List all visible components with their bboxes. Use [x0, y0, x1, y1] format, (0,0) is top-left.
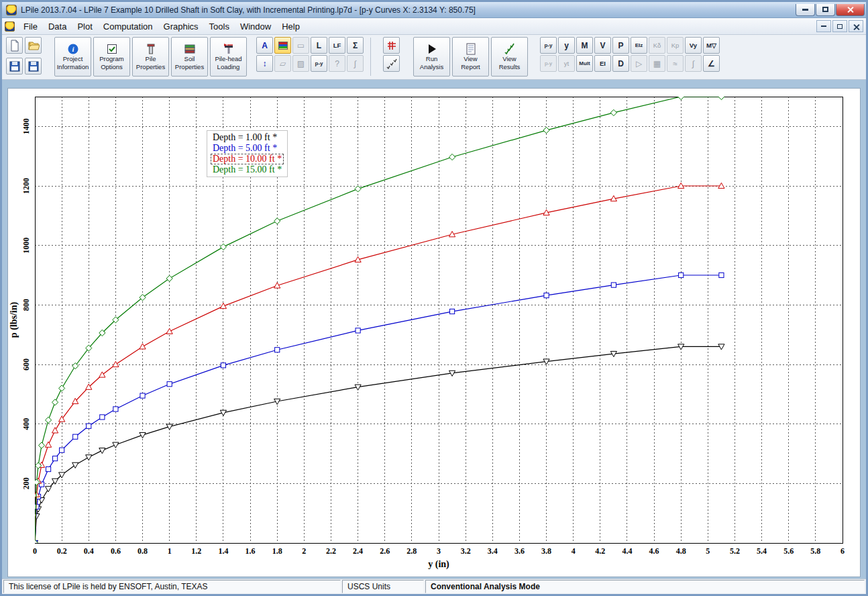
svg-text:0.8: 0.8 — [138, 546, 148, 556]
mdi-close-icon — [853, 23, 859, 30]
mdi-restore-button[interactable] — [832, 20, 847, 32]
series-15.00ft[interactable] — [32, 93, 724, 546]
svg-text:1000: 1000 — [21, 238, 31, 254]
check-marks-button[interactable] — [383, 55, 400, 72]
results-icon — [504, 43, 516, 55]
open-file-button[interactable] — [25, 37, 42, 54]
save-file-button[interactable] — [6, 58, 23, 74]
project-information-label-1: Project — [63, 56, 83, 63]
menu-plot[interactable]: Plot — [72, 19, 97, 34]
plot-plot-angle-button[interactable]: ∠ — [703, 55, 720, 72]
new-file-button[interactable] — [6, 37, 23, 54]
shape-tool-glyph: ▱ — [280, 59, 286, 68]
format-shape-tool-button: ▱ — [274, 55, 291, 72]
menu-data[interactable]: Data — [43, 19, 72, 34]
status-bar: This license of LPile is held by ENSOFT,… — [2, 579, 866, 594]
plot-plot-shear-button[interactable]: V — [594, 37, 611, 54]
svg-text:0.4: 0.4 — [84, 546, 94, 556]
svg-text:0.2: 0.2 — [57, 546, 67, 556]
format-fit-vertical-button[interactable]: ↕ — [256, 55, 273, 72]
loading-icon — [223, 43, 235, 55]
soil-properties-button[interactable]: SoilProperties — [171, 37, 208, 77]
plot-canvas[interactable]: 00.20.40.60.811.21.41.61.822.22.42.62.83… — [7, 88, 861, 577]
sum-curves-glyph: Σ — [353, 41, 358, 50]
toolbar-separator — [370, 38, 371, 76]
plot-shear-glyph: V — [600, 41, 605, 50]
program-options-button[interactable]: ProgramOptions — [93, 37, 130, 77]
series-5.00ft[interactable] — [32, 272, 724, 545]
plot-plot-axial-button[interactable]: P — [612, 37, 629, 54]
format-py-scale-button[interactable]: p-y — [311, 55, 327, 72]
run-icon — [426, 43, 438, 55]
title-bar[interactable]: LPile 2013.7.04 - LPile 7 Example 10 Dri… — [2, 2, 866, 18]
data-grid-button[interactable] — [383, 37, 400, 54]
plot-plot-deflection-button[interactable]: y — [558, 37, 575, 54]
svg-text:1.4: 1.4 — [218, 546, 228, 556]
view-results-button[interactable]: ViewResults — [491, 37, 528, 77]
mdi-close-button[interactable] — [849, 20, 863, 32]
project-information-button[interactable]: iProjectInformation — [54, 37, 91, 77]
red-grid-icon — [386, 40, 397, 51]
svg-text:4.8: 4.8 — [676, 546, 686, 556]
soil-properties-label-2: Properties — [175, 64, 204, 71]
menu-help[interactable]: Help — [276, 19, 305, 34]
mid-button-group — [383, 37, 400, 72]
plot-plot-py-depth-button: p-y — [540, 55, 557, 72]
series-1.00ft[interactable] — [32, 344, 724, 546]
menu-tools[interactable]: Tools — [204, 19, 235, 34]
menu-computation[interactable]: Computation — [98, 19, 158, 34]
format-sum-curves-button[interactable]: Σ — [347, 37, 364, 54]
view-report-label-2: Report — [461, 64, 480, 71]
close-button[interactable] — [836, 4, 865, 16]
plot-v-y-glyph: Vy — [690, 42, 697, 49]
chart-legend[interactable]: Depth = 1.00 ft *Depth = 5.00 ft *Depth … — [207, 130, 288, 177]
plot-plot-m-load-button[interactable]: M▽ — [703, 37, 720, 54]
py-curves-chart: 00.20.40.60.811.21.41.61.822.22.42.62.83… — [8, 89, 860, 577]
legend-item[interactable]: Depth = 10.00 ft * — [211, 154, 284, 164]
report-icon — [465, 43, 477, 55]
view-report-button[interactable]: ViewReport — [452, 37, 489, 77]
pile-properties-button[interactable]: PileProperties — [132, 37, 169, 77]
format-hatch-tool-button: ▨ — [292, 55, 309, 72]
plot-deflection-glyph: y — [564, 41, 569, 50]
format-axis-linear-fixed-button[interactable]: LF — [329, 37, 345, 54]
plot-plot-moment-button[interactable]: M — [576, 37, 593, 54]
legend-item[interactable]: Depth = 5.00 ft * — [211, 143, 284, 154]
svg-text:5: 5 — [706, 546, 710, 556]
minimize-button[interactable] — [796, 4, 815, 16]
maximize-button[interactable] — [816, 4, 835, 16]
run-analysis-button[interactable]: RunAnalysis — [413, 37, 450, 77]
plot-plot-diameter-button[interactable]: D — [612, 55, 629, 72]
plot-aux1-glyph: ▷ — [636, 59, 642, 68]
py-scale-glyph: p-y — [315, 60, 323, 66]
plot-plot-py-curves-button[interactable]: p-y — [540, 37, 557, 54]
plot-plot-yt-button: yt — [558, 55, 575, 72]
menu-window[interactable]: Window — [235, 19, 276, 34]
run-analysis-label-2: Analysis — [420, 64, 443, 71]
format-plot-frame-button: ▭ — [292, 37, 309, 54]
pile-head-loading-label-1: Pile-head — [215, 56, 241, 63]
menu-file[interactable]: File — [18, 19, 43, 34]
window-title: LPile 2013.7.04 - LPile 7 Example 10 Dri… — [21, 5, 792, 15]
program-options-label-1: Program — [99, 56, 123, 63]
save-as-file-button[interactable] — [25, 58, 42, 74]
format-plot-colors-button[interactable] — [274, 37, 291, 54]
plot-plot-v-y-button[interactable]: Vy — [685, 37, 702, 54]
mdi-minimize-icon — [821, 26, 826, 27]
format-axis-linear-button[interactable]: L — [311, 37, 327, 54]
legend-item[interactable]: Depth = 15.00 ft * — [211, 164, 284, 175]
plot-row-2: p-yytMultEID▷▦≈∫∠ — [540, 55, 720, 72]
x-axis-label: y (in) — [428, 559, 449, 570]
plot-plot-eiz-button[interactable]: EIz — [631, 37, 647, 54]
plot-eiz-glyph: EIz — [635, 42, 643, 48]
axis-linear-fixed-glyph: LF — [333, 42, 341, 49]
plot-angle-glyph: ∠ — [708, 59, 715, 68]
pile-head-loading-button[interactable]: Pile-headLoading — [210, 37, 247, 77]
soil-icon — [184, 43, 196, 55]
plot-plot-ei-button[interactable]: EI — [594, 55, 611, 72]
mdi-minimize-button[interactable] — [816, 20, 831, 32]
legend-item[interactable]: Depth = 1.00 ft * — [211, 132, 284, 143]
format-font-button[interactable]: A — [256, 37, 273, 54]
menu-graphics[interactable]: Graphics — [158, 19, 204, 34]
plot-plot-mult-button[interactable]: Mult — [576, 55, 593, 72]
